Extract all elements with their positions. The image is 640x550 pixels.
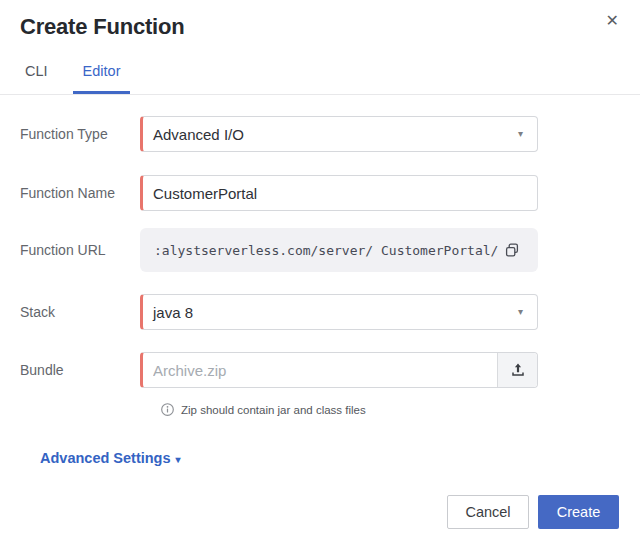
function-name-label: Function Name [20, 185, 140, 201]
function-type-value: Advanced I/O [143, 126, 244, 143]
create-button[interactable]: Create [538, 495, 619, 529]
function-name-row: Function Name [20, 175, 538, 211]
advanced-settings-toggle[interactable]: Advanced Settings ▾ [40, 450, 181, 466]
tab-editor[interactable]: Editor [73, 57, 131, 94]
bundle-label: Bundle [20, 362, 140, 378]
bundle-file-input[interactable] [143, 353, 537, 387]
stack-select[interactable]: java 8 ▾ [140, 294, 538, 330]
tabs-bar: CLI Editor [0, 57, 640, 95]
tab-cli[interactable]: CLI [15, 57, 58, 94]
copy-icon[interactable] [504, 242, 520, 258]
create-function-form: Function Type Advanced I/O ▾ Function Na… [0, 95, 640, 467]
dialog-header: Create Function ✕ [0, 0, 640, 40]
bundle-field-wrap [140, 352, 538, 388]
stack-label: Stack [20, 304, 140, 320]
caret-down-icon: ▾ [176, 454, 181, 465]
close-icon[interactable]: ✕ [602, 9, 623, 32]
create-function-dialog: Create Function ✕ CLI Editor Function Ty… [0, 0, 640, 550]
function-name-input[interactable] [143, 176, 537, 210]
function-type-label: Function Type [20, 126, 140, 142]
function-type-select[interactable]: Advanced I/O ▾ [140, 116, 538, 152]
function-url-value: :alystserverless.com/server/ CustomerPor… [154, 243, 498, 258]
advanced-settings-label: Advanced Settings [40, 450, 171, 466]
upload-button[interactable] [497, 353, 537, 387]
stack-value: java 8 [143, 304, 193, 321]
upload-icon [510, 362, 526, 378]
function-url-box: :alystserverless.com/server/ CustomerPor… [140, 228, 538, 272]
cancel-button[interactable]: Cancel [447, 495, 529, 529]
function-type-row: Function Type Advanced I/O ▾ [20, 116, 538, 152]
chevron-down-icon: ▾ [518, 128, 523, 139]
chevron-down-icon: ▾ [518, 306, 523, 317]
function-name-field-wrap [140, 175, 538, 211]
bundle-row: Bundle [20, 352, 538, 388]
function-url-row: Function URL :alystserverless.com/server… [20, 228, 538, 272]
stack-row: Stack java 8 ▾ [20, 294, 538, 330]
info-icon [160, 402, 175, 417]
bundle-note-text: Zip should contain jar and class files [181, 404, 366, 416]
bundle-note: Zip should contain jar and class files [160, 402, 620, 417]
function-url-label: Function URL [20, 242, 140, 258]
dialog-footer: Cancel Create [447, 495, 619, 529]
page-title: Create Function [20, 14, 620, 40]
